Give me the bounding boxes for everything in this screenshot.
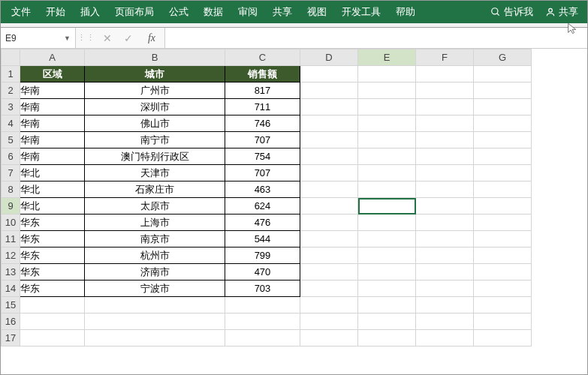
cell-F6[interactable] [416, 148, 474, 165]
cell-F10[interactable] [416, 214, 474, 231]
row-header-3[interactable]: 3 [2, 99, 20, 116]
cell-C13[interactable]: 470 [225, 264, 300, 280]
cell-F14[interactable] [416, 280, 474, 297]
cell-A9[interactable]: 华北 [20, 198, 85, 214]
cell-B5[interactable]: 南宁市 [85, 132, 225, 148]
cell-B13[interactable]: 济南市 [85, 264, 225, 280]
col-header-E[interactable]: E [358, 50, 416, 66]
cell-F3[interactable] [416, 99, 474, 116]
cell-E7[interactable] [358, 165, 416, 182]
cell-A13[interactable]: 华东 [20, 264, 85, 280]
cell-C2[interactable]: 817 [225, 82, 300, 99]
cell-C3[interactable]: 711 [225, 99, 300, 116]
cell-F5[interactable] [416, 132, 474, 148]
cell-D13[interactable] [300, 264, 358, 280]
ribbon-tab-9[interactable]: 开发工具 [334, 1, 388, 23]
cell-E10[interactable] [358, 214, 416, 231]
row-header-10[interactable]: 10 [2, 214, 20, 231]
cell-G12[interactable] [474, 248, 532, 264]
enter-button[interactable]: ✓ [118, 32, 139, 44]
cell-B3[interactable]: 深圳市 [85, 99, 225, 116]
ribbon-tab-7[interactable]: 共享 [265, 1, 300, 23]
cell-A3[interactable]: 华南 [20, 99, 85, 116]
cell-G11[interactable] [474, 231, 532, 248]
ribbon-tab-0[interactable]: 文件 [4, 1, 38, 23]
cell-C8[interactable]: 463 [225, 182, 300, 198]
cell-C7[interactable]: 707 [225, 165, 300, 182]
ribbon-tab-4[interactable]: 公式 [161, 1, 196, 23]
cell-E6[interactable] [358, 148, 416, 165]
cell-D3[interactable] [300, 99, 358, 116]
cell-A4[interactable]: 华南 [20, 116, 85, 132]
share-button[interactable]: 共享 [539, 1, 584, 23]
cell-E5[interactable] [358, 132, 416, 148]
row-header-8[interactable]: 8 [2, 182, 20, 198]
cell-D1[interactable] [300, 66, 358, 82]
expand-button[interactable]: ⋮⋮ [76, 33, 97, 43]
cell-E2[interactable] [358, 82, 416, 99]
row-header-13[interactable]: 13 [2, 264, 20, 280]
ribbon-tab-2[interactable]: 插入 [73, 1, 107, 23]
row-header-14[interactable]: 14 [2, 280, 20, 297]
cell-C4[interactable]: 746 [225, 116, 300, 132]
cell-C6[interactable]: 754 [225, 148, 300, 165]
row-header-12[interactable]: 12 [2, 248, 20, 264]
ribbon-tab-5[interactable]: 数据 [196, 1, 231, 23]
cell-C5[interactable]: 707 [225, 132, 300, 148]
cell-G6[interactable] [474, 148, 532, 165]
ribbon-tab-8[interactable]: 视图 [300, 1, 334, 23]
cell-D4[interactable] [300, 116, 358, 132]
cell-B14[interactable]: 宁波市 [85, 280, 225, 297]
cell-D12[interactable] [300, 248, 358, 264]
dropdown-icon[interactable]: ▼ [64, 34, 71, 42]
cell-C14[interactable]: 703 [225, 280, 300, 297]
row-header-7[interactable]: 7 [2, 165, 20, 182]
cell-A6[interactable]: 华南 [20, 148, 85, 165]
fx-button[interactable]: fx [139, 32, 164, 44]
cell-D6[interactable] [300, 148, 358, 165]
tell-me-button[interactable]: 告诉我 [484, 1, 539, 23]
cell-G14[interactable] [474, 280, 532, 297]
col-header-A[interactable]: A [20, 50, 85, 66]
cell-A10[interactable]: 华东 [20, 214, 85, 231]
cell-B9[interactable]: 太原市 [85, 198, 225, 214]
cell-F17[interactable] [416, 330, 474, 346]
cell-D9[interactable] [300, 198, 358, 214]
cell-F7[interactable] [416, 165, 474, 182]
cell-G15[interactable] [474, 297, 532, 314]
cell-A14[interactable]: 华东 [20, 280, 85, 297]
cell-G2[interactable] [474, 82, 532, 99]
cell-B7[interactable]: 天津市 [85, 165, 225, 182]
name-box[interactable]: E9 ▼ [1, 28, 76, 48]
cell-A12[interactable]: 华东 [20, 248, 85, 264]
cell-F13[interactable] [416, 264, 474, 280]
cell-G3[interactable] [474, 99, 532, 116]
cell-A8[interactable]: 华北 [20, 182, 85, 198]
cell-D2[interactable] [300, 82, 358, 99]
cell-C16[interactable] [225, 314, 300, 330]
cell-E13[interactable] [358, 264, 416, 280]
cell-A5[interactable]: 华南 [20, 132, 85, 148]
cell-E12[interactable] [358, 248, 416, 264]
cell-C9[interactable]: 624 [225, 198, 300, 214]
cell-A7[interactable]: 华北 [20, 165, 85, 182]
row-header-4[interactable]: 4 [2, 116, 20, 132]
ribbon-tab-1[interactable]: 开始 [38, 1, 73, 23]
ribbon-tab-6[interactable]: 审阅 [231, 1, 265, 23]
cell-D15[interactable] [300, 297, 358, 314]
cell-E17[interactable] [358, 330, 416, 346]
row-header-17[interactable]: 17 [2, 330, 20, 346]
cell-B4[interactable]: 佛山市 [85, 116, 225, 132]
cell-D7[interactable] [300, 165, 358, 182]
cell-F11[interactable] [416, 231, 474, 248]
cell-F1[interactable] [416, 66, 474, 82]
col-header-G[interactable]: G [474, 50, 532, 66]
cell-E16[interactable] [358, 314, 416, 330]
row-header-11[interactable]: 11 [2, 231, 20, 248]
cell-C17[interactable] [225, 330, 300, 346]
row-header-6[interactable]: 6 [2, 148, 20, 165]
cell-F15[interactable] [416, 297, 474, 314]
cell-B16[interactable] [85, 314, 225, 330]
cell-E14[interactable] [358, 280, 416, 297]
row-header-15[interactable]: 15 [2, 297, 20, 314]
